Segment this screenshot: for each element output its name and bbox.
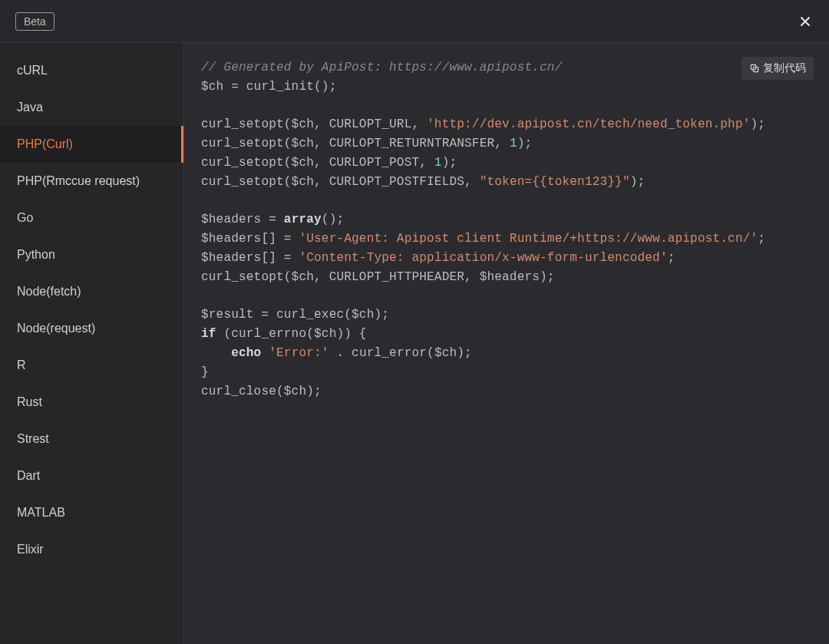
code-number: 1	[510, 137, 517, 150]
beta-badge: Beta	[15, 12, 54, 31]
code-line: curl_close($ch);	[201, 385, 322, 398]
code-line: $headers[] =	[201, 232, 299, 246]
code-line: $headers[] =	[201, 251, 299, 265]
sidebar-item-r[interactable]: R	[0, 347, 183, 384]
code-comment: // Generated by ApiPost: https://www.api…	[201, 61, 562, 74]
sidebar-item-node-request-[interactable]: Node(request)	[0, 310, 183, 347]
code-text: ;	[758, 232, 765, 246]
main: cURLJavaPHP(Curl)PHP(Rmccue request)GoPy…	[0, 42, 829, 644]
sidebar-item-php-rmccue-request-[interactable]: PHP(Rmccue request)	[0, 163, 183, 200]
code-panel: 复制代码 // Generated by ApiPost: https://ww…	[184, 43, 829, 644]
close-icon	[797, 13, 814, 30]
sidebar-item-java[interactable]: Java	[0, 89, 183, 126]
code-string: 'http://dev.apipost.cn/tech/need_token.p…	[427, 117, 750, 131]
code-text: );	[751, 117, 766, 131]
sidebar-item-rust[interactable]: Rust	[0, 384, 183, 421]
code-string: 'Error:'	[269, 346, 329, 360]
sidebar-item-dart[interactable]: Dart	[0, 457, 183, 494]
code-string: "token={{token123}}"	[480, 175, 630, 189]
code-text: . curl_error($ch);	[329, 346, 472, 360]
code-text: );	[442, 156, 457, 170]
code-keyword: if	[201, 327, 216, 341]
code-line: }	[201, 365, 209, 379]
code-line: $ch = curl_init();	[201, 80, 336, 94]
sidebar-item-strest[interactable]: Strest	[0, 421, 183, 457]
code-line: curl_setopt($ch, CURLOPT_POST,	[201, 156, 434, 170]
code-line: curl_setopt($ch, CURLOPT_POSTFIELDS,	[201, 175, 480, 189]
code-string: 'Content-Type: application/x-www-form-ur…	[299, 251, 667, 265]
code-line: $headers =	[201, 213, 284, 226]
copy-icon	[749, 63, 760, 74]
sidebar-item-matlab[interactable]: MATLAB	[0, 494, 183, 531]
copy-code-button[interactable]: 复制代码	[741, 57, 814, 80]
code-line: curl_setopt($ch, CURLOPT_URL,	[201, 117, 427, 131]
code-string: 'User-Agent: Apipost client Runtime/+htt…	[299, 232, 758, 246]
sidebar-item-curl[interactable]: cURL	[0, 52, 183, 89]
code-number: 1	[434, 156, 442, 170]
sidebar-item-python[interactable]: Python	[0, 236, 183, 273]
code-line: curl_setopt($ch, CURLOPT_HTTPHEADER, $he…	[201, 270, 555, 284]
sidebar-item-elixir[interactable]: Elixir	[0, 531, 183, 568]
code-text: );	[517, 137, 533, 150]
sidebar-item-go[interactable]: Go	[0, 200, 183, 236]
code-line: curl_setopt($ch, CURLOPT_RETURNTRANSFER,	[201, 137, 510, 150]
header: Beta	[0, 0, 829, 42]
code-text	[261, 346, 269, 360]
code-text: (curl_errno($ch)) {	[216, 327, 367, 341]
code-text: );	[630, 175, 646, 189]
close-button[interactable]	[797, 13, 814, 30]
code-keyword: echo	[231, 346, 261, 360]
code-indent	[201, 346, 231, 360]
copy-code-label: 复制代码	[763, 61, 806, 75]
code-text: ();	[322, 213, 344, 226]
sidebar-item-php-curl-[interactable]: PHP(Curl)	[0, 126, 183, 163]
code-keyword: array	[284, 213, 322, 226]
code-line: $result = curl_exec($ch);	[201, 308, 389, 322]
code-block[interactable]: // Generated by ApiPost: https://www.api…	[201, 58, 812, 401]
sidebar-item-node-fetch-[interactable]: Node(fetch)	[0, 273, 183, 310]
code-text: ;	[668, 251, 675, 265]
language-sidebar: cURLJavaPHP(Curl)PHP(Rmccue request)GoPy…	[0, 43, 184, 644]
